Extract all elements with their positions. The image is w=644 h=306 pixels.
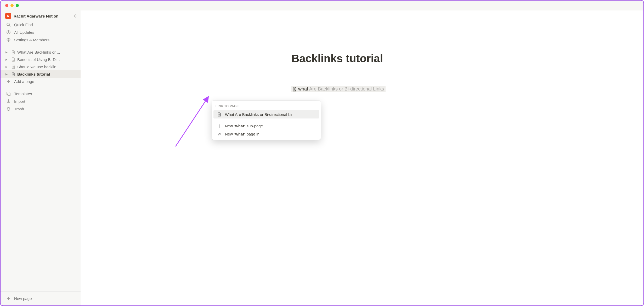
- page-list: ▶ What Are Backlinks or ... ▶ Benefits o…: [1, 48, 81, 85]
- templates-icon: [6, 92, 11, 96]
- popup-new-subpage-item[interactable]: New “what” sub-page: [213, 122, 319, 130]
- all-updates-button[interactable]: All Updates: [1, 29, 81, 36]
- link-to-page-popup: LINK TO PAGE What Are Backlinks or Bi-di…: [212, 101, 321, 140]
- page-link-icon: [292, 87, 297, 92]
- page-icon: [10, 57, 16, 62]
- disclosure-triangle-icon[interactable]: ▶: [4, 72, 9, 76]
- sidebar-page-item[interactable]: ▶ What Are Backlinks or ...: [1, 48, 81, 56]
- search-icon: [6, 22, 11, 27]
- page-icon: [10, 72, 16, 76]
- workspace-switcher[interactable]: R Rachit Agarwal's Notion: [1, 10, 81, 21]
- page-label: Benefits of Using Bi-Di...: [17, 57, 60, 62]
- sidebar-page-item[interactable]: ▶ Should we use backlin...: [1, 63, 81, 70]
- sidebar-page-item[interactable]: ▶ Benefits of Using Bi-Di...: [1, 56, 81, 63]
- plus-icon: [217, 124, 222, 128]
- templates-button[interactable]: Templates: [1, 90, 81, 98]
- add-page-button[interactable]: Add a page: [1, 78, 81, 85]
- link-completion-text: Are Backlinks or Bi-directional Links: [309, 86, 384, 92]
- titlebar: [1, 1, 643, 10]
- close-window-button[interactable]: [5, 4, 8, 7]
- popup-header: LINK TO PAGE: [212, 103, 321, 110]
- download-icon: [6, 99, 11, 104]
- arrow-upright-icon: [217, 132, 222, 136]
- page-icon: [10, 50, 16, 54]
- sidebar-page-item[interactable]: ▶ Backlinks tutorial: [1, 70, 81, 78]
- plus-icon: [6, 80, 11, 83]
- sidebar-utilities: Templates Import Trash: [1, 90, 81, 113]
- popup-new-pagein-item[interactable]: New “what” page in...: [213, 130, 319, 138]
- main-content: Backlinks tutorial what Are Backlinks or…: [81, 10, 643, 305]
- sidebar-footer: New page: [1, 291, 81, 305]
- disclosure-triangle-icon[interactable]: ▶: [4, 64, 9, 69]
- nav-label: All Updates: [14, 30, 34, 35]
- page-icon: [217, 112, 222, 117]
- new-page-button[interactable]: New page: [1, 294, 81, 303]
- inline-page-link-input[interactable]: what Are Backlinks or Bi-directional Lin…: [291, 86, 386, 92]
- nav-label: Templates: [14, 92, 32, 96]
- import-button[interactable]: Import: [1, 98, 81, 105]
- popup-new-subpage-label: New “what” sub-page: [225, 124, 263, 128]
- clock-icon: [6, 30, 11, 35]
- trash-icon: [6, 107, 11, 111]
- plus-icon: [6, 297, 11, 301]
- page-body: Backlinks tutorial what Are Backlinks or…: [244, 10, 480, 93]
- disclosure-triangle-icon[interactable]: ▶: [4, 57, 9, 62]
- trash-button[interactable]: Trash: [1, 105, 81, 113]
- svg-line-1: [9, 25, 10, 26]
- link-typed-text: what: [298, 86, 308, 92]
- svg-rect-5: [8, 93, 10, 95]
- sidebar: R Rachit Agarwal's Notion Quick Find: [1, 10, 81, 305]
- svg-line-6: [176, 97, 208, 146]
- page-title[interactable]: Backlinks tutorial: [291, 52, 480, 65]
- popup-result-item[interactable]: What Are Backlinks or Bi-directional Lin…: [213, 110, 319, 118]
- nav-label: Quick Find: [14, 22, 33, 27]
- popup-new-pagein-label: New “what” page in...: [225, 132, 263, 136]
- add-page-label: Add a page: [14, 79, 34, 84]
- quick-find-button[interactable]: Quick Find: [1, 21, 81, 29]
- window-controls: [5, 4, 19, 7]
- popup-divider: [212, 120, 321, 120]
- svg-point-3: [8, 39, 9, 41]
- annotation-arrow: [173, 94, 215, 152]
- app-window: R Rachit Agarwal's Notion Quick Find: [0, 0, 644, 306]
- gear-icon: [6, 38, 11, 42]
- workspace-name: Rachit Agarwal's Notion: [14, 14, 71, 18]
- nav-label: Trash: [14, 107, 24, 111]
- page-label: Should we use backlin...: [17, 65, 60, 69]
- minimize-window-button[interactable]: [10, 4, 14, 7]
- updown-chevron-icon: [74, 14, 77, 18]
- nav-label: Import: [14, 99, 25, 104]
- popup-result-label: What Are Backlinks or Bi-directional Lin…: [225, 112, 297, 117]
- nav-label: Settings & Members: [14, 38, 49, 42]
- page-label: Backlinks tutorial: [17, 72, 50, 76]
- page-icon: [10, 65, 16, 69]
- new-page-label: New page: [14, 296, 32, 301]
- body: R Rachit Agarwal's Notion Quick Find: [1, 10, 643, 305]
- disclosure-triangle-icon[interactable]: ▶: [4, 50, 9, 54]
- settings-members-button[interactable]: Settings & Members: [1, 36, 81, 44]
- workspace-avatar: R: [5, 13, 11, 19]
- page-label: What Are Backlinks or ...: [17, 50, 60, 54]
- fullscreen-window-button[interactable]: [16, 4, 19, 7]
